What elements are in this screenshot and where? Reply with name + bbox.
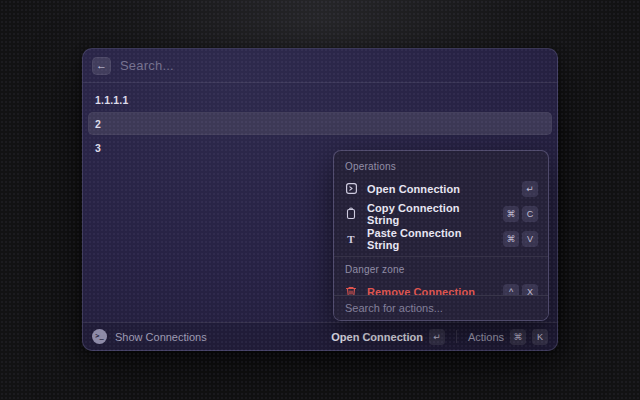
menu-section-title: Operations <box>334 154 548 176</box>
c-keycap: C <box>522 206 538 222</box>
return-keycap: ↵ <box>429 329 445 345</box>
list-item[interactable]: 1.1.1.1 <box>88 88 552 111</box>
terminal-window-icon <box>344 182 358 196</box>
arrow-left-icon: ← <box>96 60 107 71</box>
terminal-prompt-icon: >_ <box>92 329 107 344</box>
divider <box>456 330 457 343</box>
return-keycap: ↵ <box>522 181 538 197</box>
text-icon: T <box>344 232 358 246</box>
actions-search-input[interactable]: Search for actions... <box>345 302 443 314</box>
menu-item-label: Copy Connection String <box>367 202 494 226</box>
menu-section-title: Danger zone <box>334 257 548 279</box>
search-input[interactable]: Search... <box>120 58 174 73</box>
command-keycap: ⌘ <box>510 329 526 345</box>
clipboard-icon <box>344 207 358 221</box>
status-bar: >_ Show Connections Open Connection ↵ Ac… <box>83 322 557 350</box>
back-button[interactable]: ← <box>92 57 111 75</box>
list-item-selected[interactable]: 2 <box>88 112 552 135</box>
actions-menu-list: Operations Open Connection ↵ <box>334 151 548 297</box>
open-connection-button[interactable]: Open Connection <box>331 331 423 343</box>
command-keycap: ⌘ <box>503 206 519 222</box>
menu-item-paste-connection-string[interactable]: T Paste Connection String ⌘ V <box>339 226 543 251</box>
status-bar-right: Open Connection ↵ Actions ⌘ K <box>331 329 548 345</box>
desktop-background: ← Search... 1.1.1.1 2 3 >_ Show Connecti… <box>0 0 640 400</box>
v-keycap: V <box>522 231 538 247</box>
menu-item-label: Open Connection <box>367 183 460 195</box>
actions-button[interactable]: Actions <box>468 331 504 343</box>
list-item-label: 2 <box>95 118 101 130</box>
menu-item-label: Paste Connection String <box>367 227 494 251</box>
list-item-label: 1.1.1.1 <box>95 94 129 106</box>
list-item-label: 3 <box>95 142 101 154</box>
command-keycap: ⌘ <box>503 231 519 247</box>
show-connections-label[interactable]: Show Connections <box>115 331 207 343</box>
search-header: ← Search... <box>83 49 557 83</box>
k-keycap: K <box>532 329 548 345</box>
actions-search-bar: Search for actions... <box>334 295 548 320</box>
actions-menu: Operations Open Connection ↵ <box>333 150 549 321</box>
menu-item-copy-connection-string[interactable]: Copy Connection String ⌘ C <box>339 201 543 226</box>
menu-item-open-connection[interactable]: Open Connection ↵ <box>339 176 543 201</box>
